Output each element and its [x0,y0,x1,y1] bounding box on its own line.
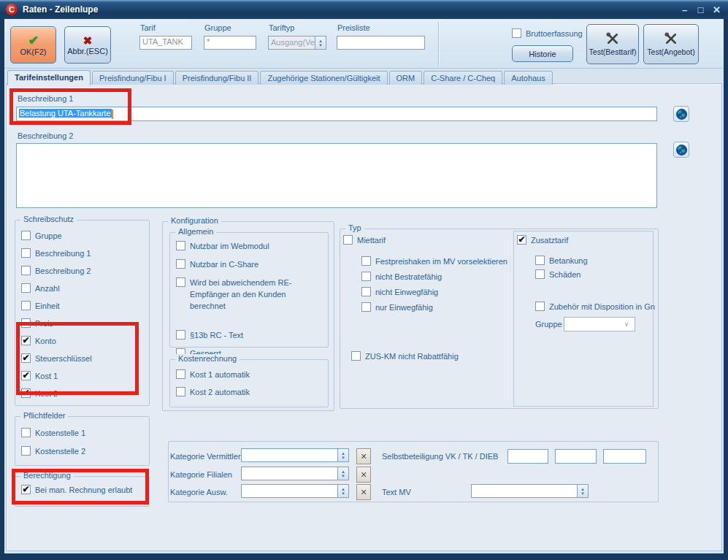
checkbox-box[interactable]: ✔ [21,485,31,494]
checkbox-box[interactable] [21,428,31,437]
cancel-button[interactable]: ✖ Abbr.(ESC) [64,26,111,64]
minimize-button[interactable]: – [679,4,690,15]
spinner-arrows-icon[interactable]: ▲▼ [337,449,348,461]
checkbox-kost-2-automatik[interactable]: Kost 2 automatik [176,386,323,398]
checkbox-box[interactable] [535,269,545,279]
checkbox-zubehör-mit-disposition-in-grupp[interactable]: Zubehör mit Disposition in Grupp [535,301,655,312]
tariftyp-spinner[interactable]: Ausgang(Ver ▲▼ [268,36,326,50]
kategorie-vermittler-clear-button[interactable]: ✕ [356,448,371,464]
checkbox-box[interactable] [361,272,371,281]
tab-preisfindung-fibu-ii[interactable]: Preisfindung/Fibu II [175,71,259,85]
kategorie-vermittler-field[interactable]: ▲▼ [241,448,349,462]
checkbox-box[interactable] [21,301,31,310]
checkbox-box[interactable] [535,256,545,265]
checkbox-box[interactable] [512,28,521,38]
zusatztarif-checkbox[interactable]: ✔Zusatztarif [517,234,571,246]
checkbox-nur-einwegfähig[interactable]: nur Einwegfähig [361,302,515,313]
maximize-button[interactable]: □ [695,4,706,15]
spinner-arrows-icon[interactable]: ▲▼ [315,37,326,49]
checkbox-wird-bei-abweichendem-re-empfänger-an-den-kunden-berechnet[interactable]: Wird bei abweichendem RE-Empfänger an de… [176,277,323,312]
translate-beschreibung1-button[interactable] [673,106,689,122]
checkbox-bei-man-rechnung-erlaubt[interactable]: ✔Bei man. Rechnung erlaubt [21,484,146,496]
kategorie-ausw-clear-button[interactable]: ✕ [356,484,371,500]
historie-button[interactable]: Historie [512,45,573,62]
berechtigung-checkbox[interactable]: ✔Bei man. Rechnung erlaubt [21,484,146,496]
tab-zugehörige-stationen-gültigkeit[interactable]: Zugehörige Stationen/Gültigkeit [260,71,387,85]
checkbox-nicht-bestratefähig[interactable]: nicht Bestratefähig [361,271,515,283]
checkbox-zus-km-nicht-rabattfähig[interactable]: ZUS-KM nicht Rabattfähig [351,350,459,362]
bruttoerfassung-checkbox[interactable]: Bruttoerfassung [512,28,583,39]
checkbox-box[interactable] [21,231,31,240]
checkbox-box[interactable] [176,277,185,287]
checkbox-box[interactable] [176,387,185,396]
checkbox-box[interactable] [21,248,31,258]
checkbox-box[interactable] [535,302,545,311]
checkbox-box[interactable] [343,235,353,245]
checkbox-festpreishaken-im-mv-vorselektieren[interactable]: Festpreishaken im MV vorselektieren [361,256,515,267]
checkbox-box[interactable]: ✔ [21,388,31,398]
checkbox-anzahl[interactable]: Anzahl [21,283,146,294]
checkbox-box[interactable]: ✔ [21,353,31,363]
miettarif-checkbox[interactable]: Miettarif [343,234,386,246]
checkbox-kost-2[interactable]: ✔Kost 2 [21,388,146,399]
zuskm-checkbox[interactable]: ZUS-KM nicht Rabattfähig [351,350,459,362]
typ-gruppe-dropdown[interactable]: ∨ [564,317,635,331]
checkbox-gruppe[interactable]: Gruppe [21,230,146,242]
checkbox-box[interactable] [176,241,185,250]
checkbox-beschreibung-1[interactable]: Beschreibung 1 [21,248,146,259]
sb-tk-field[interactable] [555,449,597,464]
checkbox-box[interactable] [176,369,185,379]
checkbox-box[interactable] [21,446,31,456]
tab-tarifeinstellungen[interactable]: Tarifeinstellungen [7,70,91,85]
checkbox-kostenstelle-2[interactable]: Kostenstelle 2 [21,445,146,457]
checkbox-box[interactable] [21,283,31,293]
checkbox-box[interactable] [361,256,371,266]
checkbox-kostenstelle-1[interactable]: Kostenstelle 1 [21,427,146,439]
spinner-arrows-icon[interactable]: ▲▼ [337,485,348,497]
gruppe-field[interactable]: * [204,36,256,50]
preisliste-field[interactable] [337,36,425,50]
tab-c-share-c-cheq[interactable]: C-Share / C-Cheq [424,71,502,85]
checkbox-13b-rc-text[interactable]: §13b RC - Text [176,329,323,341]
beschreibung1-field[interactable]: Belastung UTA-Tankkarte [16,107,657,121]
translate-beschreibung2-button[interactable] [673,142,689,158]
close-button[interactable]: ✕ [711,4,722,15]
checkbox-betankung[interactable]: Betankung [535,255,651,266]
test-besttarif-button[interactable]: Test(Besttarif) [586,24,639,64]
kategorie-filialen-clear-button[interactable]: ✕ [356,467,371,483]
checkbox-schäden[interactable]: Schäden [535,269,651,280]
kategorie-ausw-field[interactable]: ▲▼ [241,484,349,498]
checkbox-box[interactable]: ✔ [21,371,31,380]
tab-preisfindung-fibu-i[interactable]: Preisfindung/Fibu I [92,71,174,85]
checkbox-nicht-einwegfähig[interactable]: nicht Einwegfähig [361,286,515,298]
beschreibung2-field[interactable] [16,143,657,208]
spinner-arrows-icon[interactable]: ▲▼ [577,485,588,497]
checkbox-box[interactable]: ✔ [21,336,31,345]
checkbox-bruttoerfassung[interactable]: Bruttoerfassung [512,28,583,39]
checkbox-box[interactable] [361,302,371,312]
checkbox-box[interactable] [176,330,185,340]
kategorie-filialen-field[interactable]: ▲▼ [241,467,349,480]
checkbox-kost-1[interactable]: ✔Kost 1 [21,370,146,382]
zubehoer-checkbox[interactable]: Zubehör mit Disposition in Grupp [535,301,655,312]
checkbox-konto[interactable]: ✔Konto [21,335,146,347]
checkbox-steuerschlüssel[interactable]: ✔Steuerschlüssel [21,353,146,364]
sb-dieb-field[interactable] [603,449,646,464]
test-angebot-button[interactable]: Test(Angebot) [643,24,699,64]
checkbox-box[interactable] [351,351,361,361]
checkbox-einheit[interactable]: Einheit [21,300,146,312]
checkbox-box[interactable] [21,266,31,275]
checkbox-nutzbar-im-webmodul[interactable]: Nutzbar im Webmodul [176,240,323,252]
tab-autohaus[interactable]: Autohaus [504,71,552,85]
tarif-field[interactable]: UTA_TANK [139,36,192,50]
text-mv-field[interactable]: ▲▼ [471,484,589,498]
checkbox-box[interactable] [21,318,31,328]
checkbox-box[interactable] [176,259,185,269]
checkbox-kost-1-automatik[interactable]: Kost 1 automatik [176,369,323,380]
checkbox-preis[interactable]: Preis [21,318,146,329]
checkbox-box[interactable] [361,287,371,296]
tab-orm[interactable]: ORM [389,71,423,85]
ok-button[interactable]: ✔ OK(F2) [10,26,56,64]
checkbox-miettarif[interactable]: Miettarif [343,234,386,246]
spinner-arrows-icon[interactable]: ▲▼ [337,467,348,480]
